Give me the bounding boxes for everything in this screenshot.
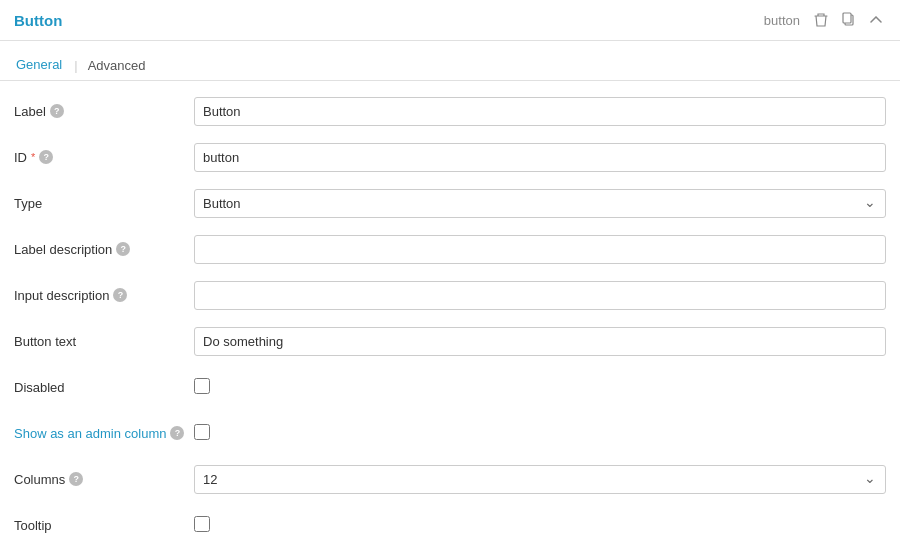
input-wrapper-id	[194, 143, 886, 172]
label-input[interactable]	[194, 97, 886, 126]
columns-select[interactable]: 1234 5678 9101112	[194, 465, 886, 494]
form-body: Label ? ID * ? Type Button Submit Reset	[0, 81, 900, 535]
select-wrapper-type: Button Submit Reset	[194, 189, 886, 218]
tabs-bar: General | Advanced	[0, 41, 900, 81]
field-row-type: Type Button Submit Reset	[14, 187, 886, 219]
label-for-label-description: Label description ?	[14, 242, 194, 257]
checkbox-wrapper-show-as-admin-column	[194, 424, 886, 443]
field-row-columns: Columns ? 1234 5678 9101112	[14, 463, 886, 495]
help-icon-show-as-admin-column[interactable]: ?	[170, 426, 184, 440]
label-for-label: Label ?	[14, 104, 194, 119]
field-row-id: ID * ?	[14, 141, 886, 173]
input-wrapper-input-description	[194, 281, 886, 310]
input-description-input[interactable]	[194, 281, 886, 310]
button-text-input[interactable]	[194, 327, 886, 356]
tab-advanced[interactable]: Advanced	[86, 52, 148, 79]
copy-button[interactable]	[838, 10, 860, 30]
svg-rect-1	[843, 13, 851, 23]
checkbox-wrapper-tooltip	[194, 516, 886, 535]
tab-general[interactable]: General	[14, 51, 64, 80]
help-icon-label-description[interactable]: ?	[116, 242, 130, 256]
panel-header: Button button	[0, 0, 900, 41]
label-for-id: ID * ?	[14, 150, 194, 165]
field-row-button-text: Button text	[14, 325, 886, 357]
collapse-button[interactable]	[866, 14, 886, 26]
panel-title: Button	[14, 12, 62, 29]
label-for-type: Type	[14, 196, 194, 211]
required-star-id: *	[31, 151, 35, 163]
label-for-button-text: Button text	[14, 334, 194, 349]
field-row-label-description: Label description ?	[14, 233, 886, 265]
label-for-input-description: Input description ?	[14, 288, 194, 303]
help-icon-label[interactable]: ?	[50, 104, 64, 118]
field-row-input-description: Input description ?	[14, 279, 886, 311]
show-as-admin-column-checkbox[interactable]	[194, 424, 210, 440]
type-select[interactable]: Button Submit Reset	[194, 189, 886, 218]
tooltip-checkbox[interactable]	[194, 516, 210, 532]
select-wrapper-columns: 1234 5678 9101112	[194, 465, 886, 494]
field-row-disabled: Disabled	[14, 371, 886, 403]
field-id-display: button	[764, 13, 800, 28]
id-input[interactable]	[194, 143, 886, 172]
help-icon-id[interactable]: ?	[39, 150, 53, 164]
label-for-show-as-admin-column: Show as an admin column ?	[14, 426, 194, 441]
field-row-tooltip: Tooltip	[14, 509, 886, 535]
input-wrapper-label-description	[194, 235, 886, 264]
label-for-columns: Columns ?	[14, 472, 194, 487]
delete-button[interactable]	[810, 10, 832, 30]
label-for-tooltip: Tooltip	[14, 518, 194, 533]
field-row-show-as-admin-column: Show as an admin column ?	[14, 417, 886, 449]
label-for-disabled: Disabled	[14, 380, 194, 395]
input-wrapper-label	[194, 97, 886, 126]
field-row-label: Label ?	[14, 95, 886, 127]
checkbox-wrapper-disabled	[194, 378, 886, 397]
input-wrapper-button-text	[194, 327, 886, 356]
help-icon-input-description[interactable]: ?	[113, 288, 127, 302]
header-actions: button	[764, 10, 886, 30]
disabled-checkbox[interactable]	[194, 378, 210, 394]
help-icon-columns[interactable]: ?	[69, 472, 83, 486]
label-description-input[interactable]	[194, 235, 886, 264]
